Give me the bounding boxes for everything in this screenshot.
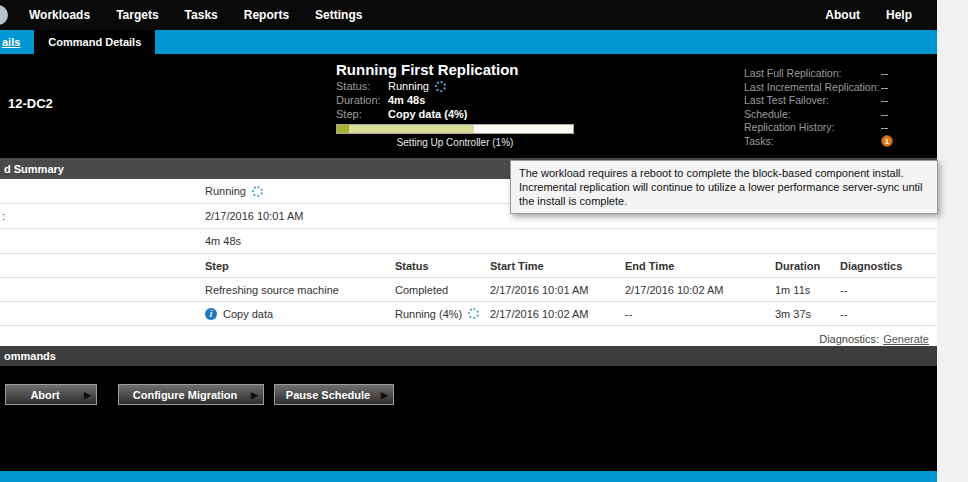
info-icon[interactable]: i [205,308,217,320]
col-start-time: Start Time [490,260,625,272]
summary-duration-value: 4m 48s [205,235,241,247]
app-window: Workloads Targets Tasks Reports Settings… [0,0,937,482]
stat-label: Tasks: [744,135,881,149]
stat-schedule: Schedule: -- [744,108,893,122]
cell-duration: 1m 11s [775,284,840,296]
nav-item-help[interactable]: Help [873,8,925,22]
cell-diagnostics: -- [840,284,937,296]
configure-migration-button[interactable]: Configure Migration ▶ [118,384,264,405]
play-arrow-icon: ▶ [381,390,393,400]
commands-title: ommands [4,350,56,362]
stat-label: Schedule: [744,108,881,122]
spinner-icon [468,308,479,319]
stat-tasks: Tasks: 1 [744,135,893,149]
stat-last-incremental-replication: Last Incremental Replication: -- [744,81,893,95]
stat-value: -- [881,81,888,95]
tab-command-details[interactable]: Command Details [34,30,155,54]
duration-value: 4m 48s [388,94,425,106]
col-status: Status [395,260,490,272]
stat-value: -- [881,67,888,81]
cell-status: Completed [395,284,490,296]
diagnostics-line: Diagnostics: Generate [0,326,937,345]
configure-migration-button-label: Configure Migration [119,389,251,401]
spinner-icon [252,186,263,197]
table-row: Refreshing source machine Completed 2/17… [0,278,937,302]
status-row: Status: Running [336,80,576,92]
substep-text: Setting Up Controller (1%) [336,137,574,148]
cell-status-text: Running (4%) [395,308,462,320]
cell-end-time: -- [625,308,775,320]
abort-button[interactable]: Abort ▶ [5,384,97,405]
stat-last-test-failover: Last Test Failover: -- [744,94,893,108]
status-label: Status: [336,80,388,92]
pause-schedule-button[interactable]: Pause Schedule ▶ [274,384,394,405]
abort-button-label: Abort [6,389,84,401]
col-step: Step [205,260,395,272]
top-nav: Workloads Targets Tasks Reports Settings… [0,0,937,30]
cell-start-time: 2/17/2016 10:01 AM [490,284,625,296]
nav-item-targets[interactable]: Targets [103,8,171,22]
workload-header: 12-DC2 Running First Replication Status:… [0,54,937,158]
diagnostics-generate-link[interactable]: Generate [883,333,929,345]
nav-right-group: About Help [812,8,925,22]
stat-label: Replication History: [744,121,881,135]
step-row: Step: Copy data (4%) [336,108,576,120]
tab-bar: ails Command Details [0,30,937,54]
reboot-tooltip: The workload requires a reboot to comple… [510,160,938,214]
stat-label: Last Full Replication: [744,67,881,81]
step-label: Step: [336,108,388,120]
status-value: Running [388,80,429,92]
summary-status-value: Running [205,185,246,197]
command-summary-title: d Summary [4,163,64,175]
cell-start-time: 2/17/2016 10:02 AM [490,308,625,320]
col-diagnostics: Diagnostics [840,260,937,272]
nav-item-workloads[interactable]: Workloads [16,8,103,22]
commands-section: ommands Abort ▶ Configure Migration ▶ Pa… [0,346,937,471]
progress-fill-light [337,125,474,133]
cell-duration: 3m 37s [775,308,840,320]
nav-item-reports[interactable]: Reports [231,8,302,22]
replication-stats: Last Full Replication: -- Last Increment… [744,67,893,148]
page-title: Running First Replication [336,61,576,78]
col-end-time: End Time [625,260,775,272]
screen: Workloads Targets Tasks Reports Settings… [0,0,968,482]
workload-name: 12-DC2 [8,96,53,111]
stat-value: -- [881,94,888,108]
stat-last-full-replication: Last Full Replication: -- [744,67,893,81]
pause-schedule-button-label: Pause Schedule [275,389,381,401]
cell-diagnostics: -- [840,308,937,320]
col-duration: Duration [775,260,840,272]
nav-item-settings[interactable]: Settings [302,8,375,22]
duration-row: Duration: 4m 48s [336,94,576,106]
play-arrow-icon: ▶ [251,390,263,400]
logo-fragment [0,5,8,25]
nav-left-group: Workloads Targets Tasks Reports Settings [16,8,375,22]
duration-label: Duration: [336,94,388,106]
replication-status-panel: Running First Replication Status: Runnin… [336,61,576,148]
table-row: i Copy data Running (4%) 2/17/2016 10:02… [0,302,937,326]
cell-status: Running (4%) [395,308,490,320]
command-buttons: Abort ▶ Configure Migration ▶ Pause Sche… [0,384,937,406]
progress-fill-dark [337,125,349,133]
cell-end-time: 2/17/2016 10:02 AM [625,284,775,296]
page-right-margin [937,0,968,482]
cell-step-text: Copy data [223,308,273,320]
stat-replication-history: Replication History: -- [744,121,893,135]
play-arrow-icon: ▶ [84,390,96,400]
nav-item-tasks[interactable]: Tasks [172,8,231,22]
commands-section-header: ommands [0,346,937,366]
summary-row-duration: 4m 48s [0,229,937,254]
nav-item-about[interactable]: About [812,8,873,22]
summary-start-time-value: 2/17/2016 10:01 AM [205,210,303,222]
steps-table-header: Step Status Start Time End Time Duration… [0,254,937,278]
progress-bar [336,124,574,134]
cell-step: i Copy data [205,308,395,320]
stat-value: -- [881,108,888,122]
tab-workload-details-partial[interactable]: ails [0,30,29,54]
tasks-badge[interactable]: 1 [881,135,893,147]
stat-value: -- [881,121,888,135]
step-value: Copy data (4%) [388,108,467,120]
stat-label: Last Incremental Replication: [744,81,881,95]
stat-label: Last Test Failover: [744,94,881,108]
row-label-tail: : [2,210,5,222]
